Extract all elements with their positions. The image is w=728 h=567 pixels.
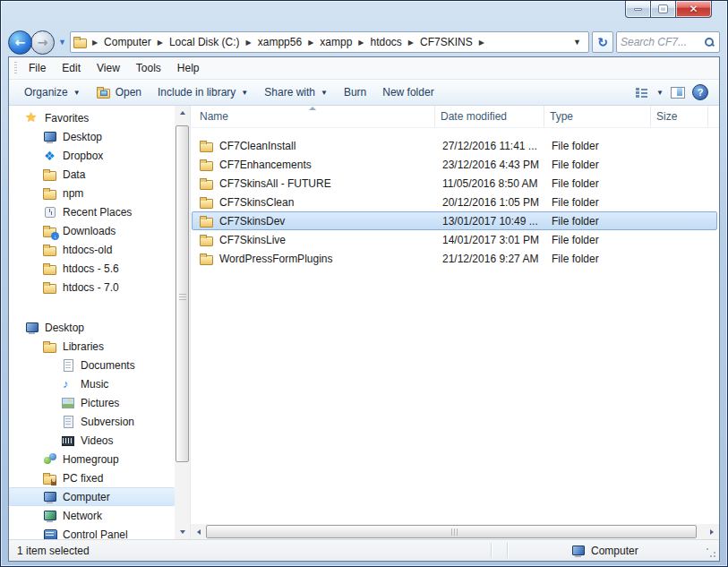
close-button[interactable]: ✕ — [676, 1, 712, 18]
menu-item-help[interactable]: Help — [169, 59, 208, 77]
breadcrumb-item-xampp56[interactable]: xampp56 — [256, 35, 304, 49]
refresh-button[interactable]: ↻ — [592, 31, 613, 53]
search-box[interactable] — [616, 31, 720, 53]
sidebar-item-documents[interactable]: Documents — [9, 356, 175, 374]
toolbar-button-label: New folder — [382, 86, 433, 99]
breadcrumb-item-htdocs[interactable]: htdocs — [368, 35, 403, 49]
breadcrumb-arrow-icon[interactable]: ▶ — [88, 39, 102, 47]
sidebar-item-dropbox[interactable]: Dropbox — [9, 146, 175, 165]
recent-icon — [43, 205, 57, 219]
preview-pane-icon[interactable] — [671, 85, 685, 99]
breadcrumb-item-local-disk-c[interactable]: Local Disk (C:) — [167, 35, 242, 49]
file-row-wordpressformplugins[interactable]: WordPressFormPlugins21/12/2016 9:27 AMFi… — [192, 249, 717, 268]
breadcrumb-item-xampp[interactable]: xampp — [318, 35, 354, 49]
toolbar-button-share-with[interactable]: Share with▼ — [256, 82, 336, 102]
address-field[interactable]: ▶Computer▶Local Disk (C:)▶xampp56▶xampp▶… — [70, 31, 589, 53]
sidebar-item-pictures[interactable]: Pictures — [9, 393, 175, 412]
breadcrumb-arrow-icon[interactable]: ▶ — [304, 39, 318, 47]
sidebar-item-libraries[interactable]: Libraries — [9, 337, 175, 356]
column-header-type[interactable]: Type — [544, 106, 651, 127]
sidebar-item-data[interactable]: Data — [9, 165, 175, 184]
address-dropdown-icon[interactable]: ▼ — [569, 38, 586, 47]
menu-item-view[interactable]: View — [89, 59, 128, 77]
back-button[interactable]: ← — [8, 30, 32, 55]
sidebar-item-control-panel[interactable]: Control Panel — [9, 525, 175, 539]
file-name-label: CF7SkinsAll - FUTURE — [219, 177, 331, 190]
location-folder-icon — [73, 35, 88, 49]
menu-item-tools[interactable]: Tools — [128, 59, 169, 77]
scroll-left-button[interactable] — [191, 524, 206, 539]
forward-button[interactable]: → — [30, 30, 55, 55]
search-input[interactable] — [621, 36, 704, 48]
file-row-cf7enhancements[interactable]: CF7Enhancements23/12/2016 4:43 PMFile fo… — [192, 155, 717, 174]
sidebar-section-desktop[interactable]: Desktop — [9, 318, 175, 337]
column-header-size[interactable]: Size — [651, 106, 708, 127]
minimize-button[interactable] — [625, 1, 651, 18]
breadcrumb-item-computer[interactable]: Computer — [102, 35, 153, 49]
column-header-date-modified[interactable]: Date modified — [435, 106, 544, 127]
help-icon[interactable] — [692, 84, 708, 100]
sidebar-item-network[interactable]: Network — [9, 506, 175, 525]
sidebar-item-label: Network — [63, 510, 102, 522]
resize-grip[interactable] — [707, 548, 717, 559]
sidebar-item-recent-places[interactable]: Recent Places — [9, 202, 175, 221]
sidebar-item-pc-fixed[interactable]: PC fixed — [9, 468, 175, 487]
scroll-right-button[interactable] — [704, 524, 719, 539]
toolbar-button-new-folder[interactable]: New folder — [374, 82, 441, 102]
file-row-cf7skinsdev[interactable]: CF7SkinsDev13/01/2017 10:49 ...File fold… — [192, 211, 717, 230]
sidebar-section-favorites[interactable]: Favorites — [9, 108, 175, 127]
vertical-scroll-thumb[interactable] — [176, 125, 189, 462]
navigation-scrollbar[interactable] — [175, 106, 190, 539]
sidebar-item-music[interactable]: Music — [9, 374, 175, 393]
location-label: Computer — [591, 545, 638, 557]
toolbar-button-include-in-library[interactable]: Include in library▼ — [150, 82, 256, 102]
sidebar-item-computer[interactable]: Computer — [9, 487, 175, 506]
sidebar-item-downloads[interactable]: ↓Downloads — [9, 221, 175, 240]
sidebar-item-npm[interactable]: npm — [9, 184, 175, 202]
breadcrumb-item-cf7skins[interactable]: CF7SKINS — [418, 35, 475, 49]
toolbar-button-burn[interactable]: Burn — [336, 82, 374, 102]
horizontal-scroll-thumb[interactable] — [206, 525, 697, 538]
statusbar-divider — [491, 543, 492, 558]
breadcrumb-arrow-icon[interactable]: ▶ — [475, 39, 489, 47]
column-header-name[interactable]: Name — [191, 106, 435, 127]
sort-ascending-icon — [309, 107, 316, 110]
folder-icon — [43, 262, 57, 276]
dropdown-arrow-icon: ▼ — [241, 89, 248, 97]
file-row-cf7skinsclean[interactable]: CF7SkinsClean20/12/2016 1:05 PMFile fold… — [192, 193, 717, 211]
search-icon[interactable] — [704, 37, 715, 48]
breadcrumb-arrow-icon[interactable]: ▶ — [242, 39, 256, 47]
sidebar-item-videos[interactable]: Videos — [9, 431, 175, 450]
video-icon — [61, 434, 75, 448]
change-view-dropdown-icon[interactable]: ▼ — [656, 89, 664, 97]
breadcrumb-arrow-icon[interactable]: ▶ — [153, 39, 167, 47]
sidebar-item-htdocs-5-6[interactable]: htdocs - 5.6 — [9, 259, 175, 278]
minimize-icon — [634, 8, 642, 11]
maximize-button[interactable] — [651, 1, 676, 18]
sidebar-item-homegroup[interactable]: Homegroup — [9, 450, 175, 468]
menu-item-edit[interactable]: Edit — [54, 59, 89, 77]
menu-item-file[interactable]: File — [21, 59, 54, 77]
file-date-cell: 13/01/2017 10:49 ... — [437, 215, 546, 228]
sidebar-item-desktop[interactable]: Desktop — [9, 127, 175, 146]
sidebar-section-label: Favorites — [45, 112, 89, 125]
change-view-icon[interactable] — [635, 85, 648, 99]
sidebar-item-label: htdocs - 7.0 — [63, 281, 119, 294]
toolbar-button-open[interactable]: Open — [89, 82, 150, 103]
sidebar-item-htdocs-old[interactable]: htdocs-old — [9, 240, 175, 259]
horizontal-scrollbar[interactable] — [191, 524, 719, 539]
file-row-cf7cleaninstall[interactable]: CF7CleanInstall27/12/2016 11:41 ...File … — [192, 136, 717, 155]
scroll-up-button[interactable] — [175, 106, 190, 120]
toolbar-button-label: Organize — [24, 86, 68, 99]
sidebar-item-htdocs-7-0[interactable]: htdocs - 7.0 — [9, 278, 175, 296]
sidebar-item-subversion[interactable]: Subversion — [9, 412, 175, 431]
breadcrumb-arrow-icon[interactable]: ▶ — [354, 39, 368, 47]
history-dropdown-icon[interactable]: ▼ — [58, 38, 66, 47]
file-row-cf7skinslive[interactable]: CF7SkinsLive14/01/2017 3:01 PMFile folde… — [192, 230, 717, 249]
file-row-cf7skinsall-future[interactable]: CF7SkinsAll - FUTURE11/05/2016 8:50 AMFi… — [192, 174, 717, 193]
file-name-label: CF7CleanInstall — [219, 140, 295, 152]
breadcrumb-arrow-icon[interactable]: ▶ — [404, 39, 418, 47]
scroll-down-button[interactable] — [175, 525, 190, 539]
toolbar-button-organize[interactable]: Organize▼ — [16, 82, 89, 102]
column-header-label: Date modified — [441, 110, 507, 123]
